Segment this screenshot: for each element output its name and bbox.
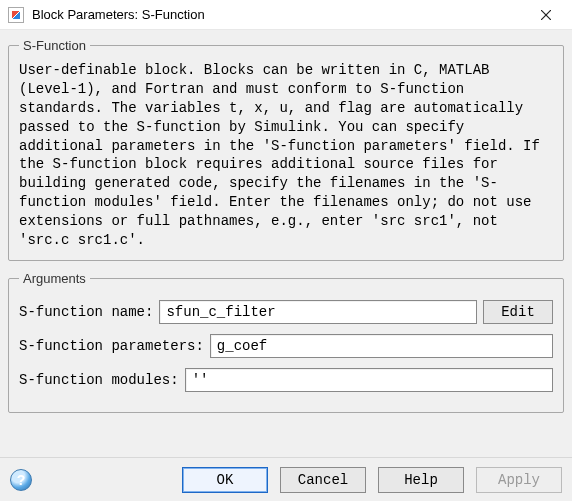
- cancel-button[interactable]: Cancel: [280, 467, 366, 493]
- help-icon[interactable]: ?: [10, 469, 32, 491]
- sfunction-legend: S-Function: [19, 38, 90, 53]
- sfun-name-input[interactable]: [159, 300, 477, 324]
- close-button[interactable]: [524, 1, 568, 29]
- dialog-footer: ? OK Cancel Help Apply: [0, 457, 572, 501]
- sfun-modules-row: S-function modules:: [19, 368, 553, 392]
- apply-button: Apply: [476, 467, 562, 493]
- dialog-content: S-Function User-definable block. Blocks …: [0, 30, 572, 457]
- sfun-params-label: S-function parameters:: [19, 338, 204, 354]
- ok-button[interactable]: OK: [182, 467, 268, 493]
- sfun-name-label: S-function name:: [19, 304, 153, 320]
- sfun-modules-label: S-function modules:: [19, 372, 179, 388]
- sfun-name-row: S-function name: Edit: [19, 300, 553, 324]
- sfun-params-row: S-function parameters:: [19, 334, 553, 358]
- edit-button[interactable]: Edit: [483, 300, 553, 324]
- sfun-params-input[interactable]: [210, 334, 553, 358]
- arguments-group: Arguments S-function name: Edit S-functi…: [8, 271, 564, 413]
- sfun-modules-input[interactable]: [185, 368, 553, 392]
- sfunction-group: S-Function User-definable block. Blocks …: [8, 38, 564, 261]
- close-icon: [541, 10, 551, 20]
- titlebar: Block Parameters: S-Function: [0, 0, 572, 30]
- help-button[interactable]: Help: [378, 467, 464, 493]
- window-title: Block Parameters: S-Function: [32, 7, 524, 22]
- arguments-legend: Arguments: [19, 271, 90, 286]
- sfunction-description: User-definable block. Blocks can be writ…: [19, 61, 553, 250]
- simulink-icon: [8, 7, 24, 23]
